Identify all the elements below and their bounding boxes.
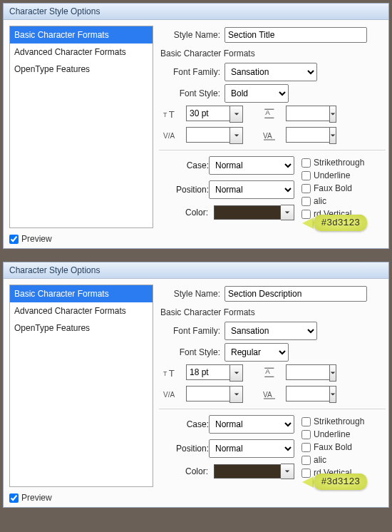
svg-text:VA: VA: [263, 132, 272, 140]
tracking-dropdown-button[interactable]: [329, 127, 336, 144]
font-style-label: Font Style:: [159, 347, 220, 357]
font-size-dropdown-button[interactable]: [229, 364, 243, 382]
svg-text:T: T: [169, 109, 175, 120]
font-size-icon: TT: [163, 108, 179, 121]
faux-italic-checkbox[interactable]: alic: [301, 455, 364, 465]
sidebar-item-advanced-formats[interactable]: Advanced Character Formats: [10, 44, 153, 61]
sidebar-item-advanced-formats[interactable]: Advanced Character Formats: [10, 302, 153, 319]
faux-italic-checkbox[interactable]: alic: [301, 196, 364, 206]
leading-icon: A: [263, 367, 279, 379]
svg-text:V/A: V/A: [163, 132, 175, 140]
position-select[interactable]: Normal: [209, 180, 294, 199]
svg-text:V/A: V/A: [163, 391, 175, 399]
svg-text:T: T: [163, 370, 167, 377]
category-sidebar: Basic Character Formats Advanced Charact…: [9, 285, 153, 487]
color-swatch[interactable]: [214, 464, 281, 479]
character-style-dialog: Character Style Options Basic Character …: [3, 262, 389, 508]
color-dropdown-button[interactable]: [281, 464, 294, 479]
style-name-label: Style Name:: [159, 289, 220, 299]
dialog-title: Character Style Options: [4, 4, 388, 20]
leading-input[interactable]: [286, 106, 329, 121]
kerning-combo[interactable]: [186, 386, 243, 403]
tracking-input[interactable]: [286, 127, 329, 143]
section-heading: Basic Character Formats: [160, 48, 386, 58]
style-name-input[interactable]: [225, 27, 367, 43]
font-size-combo[interactable]: [186, 106, 243, 123]
font-size-combo[interactable]: [186, 364, 243, 382]
svg-text:T: T: [163, 111, 167, 118]
font-size-input[interactable]: [186, 106, 229, 121]
tracking-combo[interactable]: [286, 127, 333, 144]
preview-checkbox[interactable]: Preview: [9, 234, 383, 244]
font-style-select[interactable]: Bold: [225, 84, 289, 103]
position-label: Position:: [163, 185, 209, 195]
color-swatch[interactable]: [214, 205, 281, 220]
leading-icon: A: [263, 108, 279, 121]
section-heading: Basic Character Formats: [160, 307, 386, 317]
character-style-dialog: Character Style Options Basic Character …: [3, 3, 389, 249]
font-size-icon: TT: [163, 367, 179, 379]
case-label: Case:: [163, 160, 209, 170]
case-label: Case:: [163, 419, 209, 429]
standard-vertical-checkbox[interactable]: rd Vertical: [301, 209, 364, 219]
tracking-icon: VA: [263, 129, 279, 142]
font-family-select[interactable]: Sansation: [225, 63, 317, 81]
font-size-dropdown-button[interactable]: [229, 106, 243, 123]
case-select[interactable]: Normal: [209, 156, 294, 175]
style-name-label: Style Name:: [159, 30, 220, 40]
leading-input[interactable]: [286, 364, 329, 380]
font-size-input[interactable]: [186, 364, 229, 380]
leading-combo[interactable]: [286, 364, 333, 382]
preview-checkbox[interactable]: Preview: [9, 493, 383, 503]
tracking-combo[interactable]: [286, 386, 333, 403]
svg-text:T: T: [169, 368, 175, 379]
sidebar-item-basic-formats[interactable]: Basic Character Formats: [10, 26, 153, 44]
sidebar-item-opentype[interactable]: OpenType Features: [10, 319, 153, 337]
style-name-input[interactable]: [225, 286, 367, 302]
svg-text:VA: VA: [263, 391, 272, 399]
faux-bold-checkbox[interactable]: Faux Bold: [301, 442, 364, 452]
strikethrough-checkbox[interactable]: Strikethrough: [301, 158, 364, 168]
position-label: Position:: [163, 444, 209, 454]
color-label: Color:: [163, 208, 208, 218]
font-family-label: Font Family:: [159, 326, 220, 336]
color-label: Color:: [163, 466, 208, 476]
kerning-input[interactable]: [186, 127, 229, 143]
tracking-dropdown-button[interactable]: [329, 386, 336, 403]
position-select[interactable]: Normal: [209, 439, 294, 458]
category-sidebar: Basic Character Formats Advanced Charact…: [9, 26, 153, 228]
font-style-label: Font Style:: [159, 88, 220, 98]
standard-vertical-checkbox[interactable]: rd Vertical: [301, 468, 364, 478]
color-dropdown-button[interactable]: [281, 205, 294, 220]
kerning-dropdown-button[interactable]: [229, 127, 243, 144]
faux-bold-checkbox[interactable]: Faux Bold: [301, 183, 364, 193]
case-select[interactable]: Normal: [209, 415, 294, 434]
underline-checkbox[interactable]: Underline: [301, 170, 364, 180]
tracking-icon: VA: [263, 388, 279, 401]
kerning-dropdown-button[interactable]: [229, 386, 243, 403]
kerning-input[interactable]: [186, 386, 229, 401]
sidebar-item-basic-formats[interactable]: Basic Character Formats: [10, 285, 153, 302]
leading-dropdown-button[interactable]: [329, 364, 336, 382]
kerning-icon: V/A: [163, 388, 179, 401]
strikethrough-checkbox[interactable]: Strikethrough: [301, 416, 364, 426]
font-family-label: Font Family:: [159, 67, 220, 77]
font-family-select[interactable]: Sansation: [225, 322, 317, 340]
kerning-combo[interactable]: [186, 127, 243, 144]
leading-dropdown-button[interactable]: [329, 106, 336, 123]
underline-checkbox[interactable]: Underline: [301, 429, 364, 439]
kerning-icon: V/A: [163, 129, 179, 142]
tracking-input[interactable]: [286, 386, 329, 401]
leading-combo[interactable]: [286, 106, 333, 123]
dialog-title: Character Style Options: [4, 262, 388, 279]
font-style-select[interactable]: Regular: [225, 343, 289, 362]
sidebar-item-opentype[interactable]: OpenType Features: [10, 61, 153, 78]
